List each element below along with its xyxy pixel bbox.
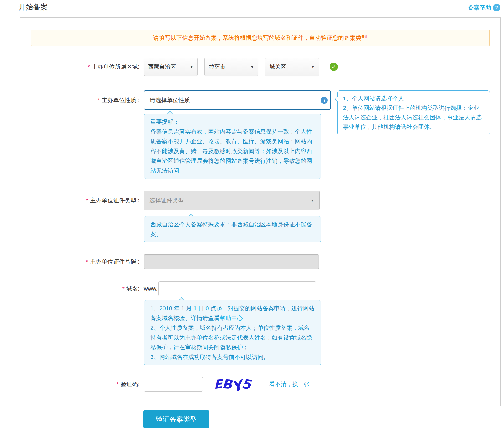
- city-value: 拉萨市: [209, 63, 225, 70]
- tooltip-line-1: 1、个人网站请选择个人；: [343, 94, 484, 103]
- domain-label: *域名:: [20, 281, 140, 296]
- required-mark: *: [98, 97, 100, 103]
- chevron-down-icon: ▼: [190, 65, 193, 69]
- required-mark: *: [122, 286, 125, 292]
- tooltip-arrow: [335, 97, 338, 102]
- province-select[interactable]: 西藏自治区 ▼: [144, 58, 198, 76]
- cert-number-label: *主办单位证件号码 :: [20, 254, 140, 269]
- captcha-refresh-link[interactable]: 看不清，换一张: [269, 380, 310, 388]
- verify-filing-type-button[interactable]: 验证备案类型: [143, 410, 209, 428]
- notice-banner: 请填写以下信息开始备案，系统将根据您填写的域名和证件，自动验证您的备案类型: [31, 30, 490, 46]
- cert-type-notice-callout: 西藏自治区个人备案特殊要求：非西藏自治区本地身份证不能备案。: [144, 216, 321, 242]
- chevron-down-icon: ▼: [250, 65, 254, 69]
- chevron-down-icon: ▼: [311, 65, 315, 69]
- info-icon[interactable]: i: [321, 97, 328, 104]
- org-nature-select[interactable]: 请选择单位性质 i: [144, 90, 331, 110]
- province-value: 西藏自治区: [148, 63, 176, 70]
- cert-type-value: 选择证件类型: [149, 196, 184, 204]
- region-label: *主办单位所属区域:: [20, 58, 140, 76]
- captcha-input[interactable]: [144, 377, 203, 392]
- cert-type-row: *主办单位证件类型 : 选择证件类型 ▼ 西藏自治区个人备案特殊要求：非西藏自治…: [20, 191, 500, 242]
- callout-pointer: [188, 213, 194, 216]
- chevron-down-icon: ▼: [311, 199, 314, 203]
- org-nature-tooltip: 1、个人网站请选择个人； 2、单位网站请根据证件上的机构类型进行选择：企业法人请…: [337, 90, 490, 135]
- domain-notice-callout: 1、2018 年 1 月 1 日 0 点起，对提交的网站备案申请，进行网站备案域…: [144, 300, 321, 365]
- filing-form-panel: 请填写以下信息开始备案，系统将根据您填写的域名和证件，自动验证您的备案类型 *主…: [20, 17, 501, 406]
- required-mark: *: [117, 381, 119, 387]
- required-mark: *: [88, 64, 90, 70]
- org-nature-label: *主办单位性质 :: [20, 90, 140, 110]
- callout-pointer: [179, 297, 184, 300]
- captcha-letter: 5: [241, 376, 252, 393]
- important-notice-callout: 重要提醒： 备案信息需真实有效，网站内容需与备案信息保持一致；个人性质备案不能开…: [144, 114, 321, 179]
- captcha-row: *验证码: E B Y 5 看不清，换一张: [20, 377, 500, 392]
- domain-notice-item-3: 3、网站域名在成功取得备案号前不可以访问。: [150, 352, 315, 362]
- domain-row: *域名: www. 1、2018 年 1 月 1 日 0 点起，对提交的网站备案…: [20, 281, 500, 365]
- captcha-image: E B Y 5: [214, 376, 251, 392]
- region-row: *主办单位所属区域: 西藏自治区 ▼ 拉萨市 ▼ 城关区 ▼ ✓: [20, 58, 500, 76]
- org-nature-value: 请选择单位性质: [150, 96, 190, 104]
- question-mark-icon[interactable]: ?: [493, 4, 500, 11]
- help-center-link[interactable]: 帮助中心: [220, 315, 243, 321]
- district-select[interactable]: 城关区 ▼: [265, 58, 319, 76]
- page-title: 开始备案:: [18, 2, 50, 12]
- domain-notice-item-1: 1、2018 年 1 月 1 日 0 点起，对提交的网站备案申请，进行网站备案域…: [150, 303, 315, 323]
- cert-number-row: *主办单位证件号码 :: [20, 254, 500, 269]
- captcha-label: *验证码:: [20, 377, 140, 392]
- cert-number-input[interactable]: [144, 254, 319, 269]
- tooltip-line-2: 2、单位网站请根据证件上的机构类型进行选择：企业法人请选企业，社团法人请选社会团…: [343, 103, 484, 132]
- cert-type-notice-text: 西藏自治区个人备案特殊要求：非西藏自治区本地身份证不能备案。: [150, 220, 315, 239]
- page-header: 开始备案: 备案帮助 ?: [0, 0, 504, 14]
- required-mark: *: [86, 259, 88, 265]
- cert-type-label: *主办单位证件类型 :: [20, 191, 140, 210]
- cert-type-select[interactable]: 选择证件类型 ▼: [144, 191, 320, 210]
- help-link-label: 备案帮助: [468, 4, 491, 12]
- www-prefix: www.: [144, 285, 158, 292]
- region-valid-check-icon: ✓: [330, 63, 338, 71]
- domain-notice-item-2: 2、个人性质备案，域名持有者应为本人；单位性质备案，域名持有者可以为主办单位名称…: [150, 323, 315, 352]
- district-value: 城关区: [270, 63, 286, 70]
- important-notice-title: 重要提醒：: [150, 117, 315, 127]
- callout-pointer: [167, 111, 173, 114]
- backup-help-link[interactable]: 备案帮助 ?: [468, 4, 500, 12]
- domain-input[interactable]: [158, 281, 316, 296]
- captcha-letter: B: [222, 376, 233, 393]
- important-notice-body: 备案信息需真实有效，网站内容需与备案信息保持一致；个人性质备案不能开办企业、论坛…: [150, 127, 315, 175]
- city-select[interactable]: 拉萨市 ▼: [204, 58, 258, 76]
- required-mark: *: [86, 197, 88, 203]
